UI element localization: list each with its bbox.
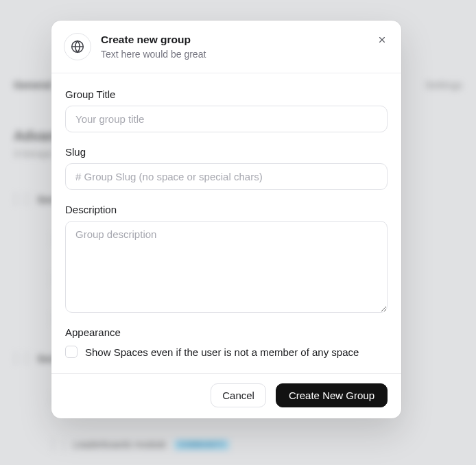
show-spaces-checkbox[interactable] bbox=[65, 346, 78, 358]
create-group-button[interactable]: Create New Group bbox=[276, 383, 388, 407]
show-spaces-label: Show Spaces even if the user is not a me… bbox=[85, 346, 359, 358]
group-title-input[interactable] bbox=[65, 106, 388, 132]
close-button[interactable] bbox=[374, 32, 390, 48]
group-title-label: Group Title bbox=[65, 88, 388, 100]
cancel-button[interactable]: Cancel bbox=[211, 383, 266, 407]
slug-input[interactable] bbox=[65, 163, 388, 190]
group-title-field: Group Title bbox=[65, 88, 388, 132]
close-icon bbox=[377, 35, 387, 45]
slug-field: Slug bbox=[65, 146, 388, 190]
description-field: Description bbox=[65, 204, 388, 313]
description-label: Description bbox=[65, 204, 388, 215]
slug-label: Slug bbox=[65, 146, 388, 158]
description-input[interactable] bbox=[65, 221, 388, 313]
modal-subtitle: Text here would be great bbox=[101, 49, 206, 60]
appearance-checkbox-row: Show Spaces even if the user is not a me… bbox=[65, 346, 388, 358]
appearance-field: Appearance Show Spaces even if the user … bbox=[65, 326, 388, 358]
modal-header: Create new group Text here would be grea… bbox=[51, 21, 401, 73]
globe-icon bbox=[64, 33, 91, 60]
modal-footer: Cancel Create New Group bbox=[51, 373, 401, 418]
modal-body: Group Title Slug Description Appearance … bbox=[51, 73, 401, 373]
create-group-modal: Create new group Text here would be grea… bbox=[51, 21, 401, 418]
appearance-label: Appearance bbox=[65, 326, 388, 338]
modal-title: Create new group bbox=[101, 33, 206, 47]
header-text: Create new group Text here would be grea… bbox=[101, 33, 206, 60]
